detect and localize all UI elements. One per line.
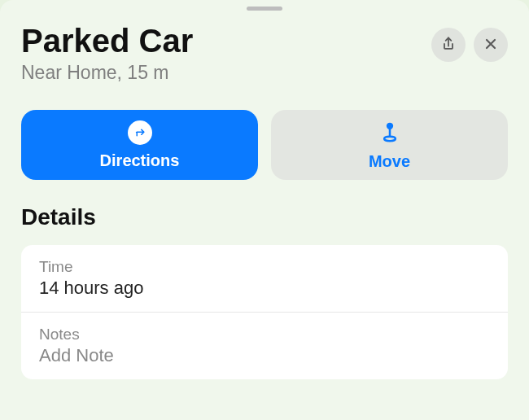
move-pin-icon — [378, 119, 402, 146]
actions-row: Directions Move — [21, 110, 508, 180]
move-label: Move — [369, 152, 410, 171]
share-icon — [440, 36, 457, 55]
svg-point-1 — [384, 137, 396, 142]
page-title: Parked Car — [21, 23, 423, 59]
directions-button[interactable]: Directions — [21, 110, 258, 180]
header-row: Parked Car Near Home, 15 m — [21, 0, 508, 84]
move-button[interactable]: Move — [271, 110, 508, 180]
notes-row[interactable]: Notes Add Note — [21, 312, 508, 379]
close-button[interactable] — [474, 28, 508, 62]
header-text: Parked Car Near Home, 15 m — [21, 23, 423, 84]
details-card: Time 14 hours ago Notes Add Note — [21, 245, 508, 379]
time-value: 14 hours ago — [39, 278, 490, 299]
details-heading: Details — [21, 204, 508, 230]
directions-icon — [128, 120, 152, 145]
notes-placeholder: Add Note — [39, 345, 490, 366]
parked-car-sheet: Parked Car Near Home, 15 m — [0, 0, 529, 420]
sheet-grabber[interactable] — [247, 7, 282, 11]
notes-label: Notes — [39, 326, 490, 343]
close-icon — [483, 36, 499, 55]
time-label: Time — [39, 258, 490, 276]
time-row: Time 14 hours ago — [21, 245, 508, 312]
directions-label: Directions — [100, 151, 180, 170]
location-subtitle: Near Home, 15 m — [21, 62, 423, 84]
share-button[interactable] — [431, 28, 466, 62]
